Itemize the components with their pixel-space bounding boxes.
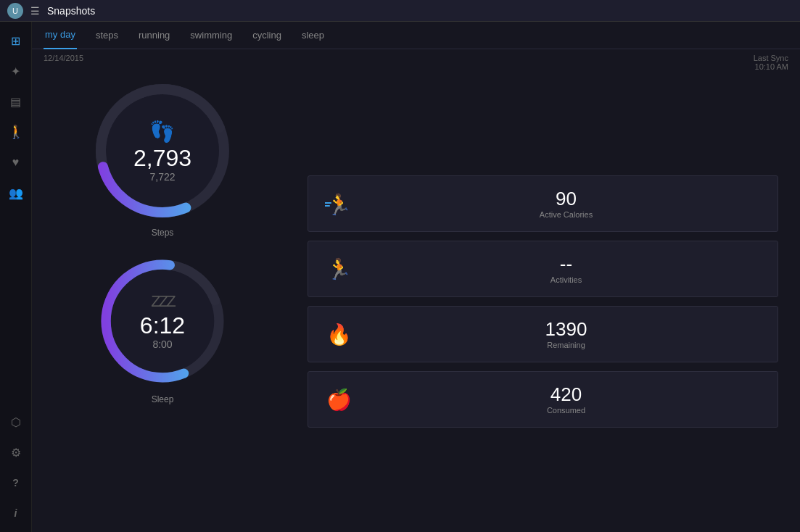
activities-card: 🏃 -- Activities — [308, 241, 778, 297]
consumed-value: 420 — [550, 385, 582, 404]
steps-goal: 7,722 — [149, 171, 175, 183]
sidebar-icon-friends[interactable]: 👥 — [3, 180, 29, 206]
sync-info: Last Sync 10:10 AM — [754, 54, 788, 71]
remaining-card: 🔥 1390 Remaining — [308, 306, 778, 362]
sidebar-icon-activity[interactable]: ✦ — [3, 58, 29, 84]
stats-column: 🏃 90 Active Calories 🏃 — [308, 78, 778, 525]
activities-info: -- Activities — [369, 254, 763, 284]
avatar[interactable]: U — [7, 3, 23, 19]
sidebar: ⊞ ✦ ▤ 🚶 ♥ 👥 ⬡ ⚙ ? i — [0, 22, 32, 532]
consumed-icon: 🍎 — [323, 383, 355, 415]
active-calories-value: 90 — [556, 189, 577, 208]
sidebar-icon-gear[interactable]: ⚙ — [3, 439, 29, 465]
sleep-gauge-wrapper: ZZZ 6:12 8:00 Sleep — [94, 252, 231, 404]
tab-my-day[interactable]: my day — [44, 22, 77, 49]
remaining-label: Remaining — [547, 341, 585, 349]
gauges-column: 👣 2,793 7,722 Steps — [46, 78, 279, 525]
date-bar: 12/14/2015 Last Sync 10:10 AM — [32, 49, 800, 71]
consumed-card: 🍎 420 Consumed — [308, 371, 778, 428]
steps-gauge-inner: 👣 2,793 7,722 — [133, 120, 191, 183]
active-calories-label: Active Calories — [540, 210, 593, 219]
sidebar-icon-person[interactable]: 🚶 — [3, 119, 29, 145]
steps-gauge-wrapper: 👣 2,793 7,722 Steps — [90, 78, 235, 238]
steps-label: Steps — [152, 228, 174, 238]
sidebar-icon-badge[interactable]: ⬡ — [3, 409, 29, 435]
active-calories-info: 90 Active Calories — [369, 189, 763, 219]
title-bar: U ☰ Snapshots — [0, 0, 800, 22]
main-content: my day steps running swimming cycling sl… — [32, 22, 800, 532]
menu-icon[interactable]: ☰ — [30, 5, 40, 17]
activities-value: -- — [560, 254, 572, 273]
tab-cycling[interactable]: cycling — [251, 22, 283, 49]
tab-swimming[interactable]: swimming — [189, 22, 234, 49]
sleep-value: 6:12 — [140, 314, 185, 337]
tab-running[interactable]: running — [137, 22, 171, 49]
consumed-info: 420 Consumed — [369, 385, 763, 415]
sidebar-icon-info[interactable]: i — [3, 500, 29, 526]
tab-sleep[interactable]: sleep — [300, 22, 326, 49]
active-calories-card: 🏃 90 Active Calories — [308, 175, 778, 232]
nav-tabs: my day steps running swimming cycling sl… — [32, 22, 800, 49]
sleep-goal: 8:00 — [152, 338, 172, 350]
sleep-gauge: ZZZ 6:12 8:00 — [94, 252, 231, 390]
active-calories-icon: 🏃 — [323, 188, 355, 220]
sleep-icon: ZZZ — [151, 292, 173, 311]
sleep-label: Sleep — [152, 394, 174, 404]
remaining-icon: 🔥 — [323, 318, 355, 350]
svg-text:🏃: 🏃 — [326, 193, 352, 217]
sidebar-icon-home[interactable]: ⊞ — [3, 28, 29, 54]
app-body: ⊞ ✦ ▤ 🚶 ♥ 👥 ⬡ ⚙ ? i my day steps running… — [0, 22, 800, 532]
tab-steps[interactable]: steps — [94, 22, 120, 49]
activities-icon: 🏃 — [323, 253, 355, 285]
sidebar-icon-help[interactable]: ? — [3, 470, 29, 496]
sleep-gauge-inner: ZZZ 6:12 8:00 — [140, 292, 185, 350]
dashboard: 👣 2,793 7,722 Steps — [32, 71, 800, 532]
activities-label: Activities — [550, 275, 582, 284]
sidebar-icon-log[interactable]: ▤ — [3, 88, 29, 115]
steps-icon: 👣 — [149, 120, 175, 144]
sidebar-icon-heart[interactable]: ♥ — [3, 149, 29, 175]
remaining-info: 1390 Remaining — [369, 320, 763, 349]
consumed-label: Consumed — [547, 406, 585, 415]
steps-value: 2,793 — [133, 146, 191, 170]
remaining-value: 1390 — [545, 320, 587, 338]
app-title: Snapshots — [47, 5, 95, 17]
steps-gauge: 👣 2,793 7,722 — [90, 78, 235, 223]
date-display: 12/14/2015 — [44, 54, 83, 62]
